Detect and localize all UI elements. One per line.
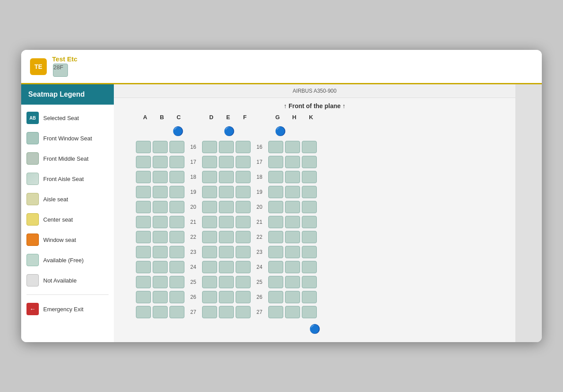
seat-24-D[interactable] — [202, 261, 217, 273]
seat-22-B[interactable] — [153, 231, 168, 243]
seat-21-K[interactable] — [302, 216, 317, 228]
seat-19-C[interactable] — [169, 186, 184, 198]
seat-21-B[interactable] — [153, 216, 168, 228]
seat-26-E[interactable] — [219, 291, 234, 303]
seat-27-C[interactable] — [169, 306, 184, 318]
seat-23-F[interactable] — [236, 246, 251, 258]
seat-25-A[interactable] — [136, 276, 151, 288]
seat-18-G[interactable] — [268, 171, 283, 183]
seat-22-H[interactable] — [285, 231, 300, 243]
seat-20-A[interactable] — [136, 201, 151, 213]
seat-21-E[interactable] — [219, 216, 234, 228]
seat-23-K[interactable] — [302, 246, 317, 258]
seat-22-E[interactable] — [219, 231, 234, 243]
seat-23-A[interactable] — [136, 246, 151, 258]
seat-23-H[interactable] — [285, 246, 300, 258]
seat-17-E[interactable] — [219, 156, 234, 168]
seat-16-D[interactable] — [202, 141, 217, 153]
seat-18-C[interactable] — [169, 171, 184, 183]
seat-25-D[interactable] — [202, 276, 217, 288]
seat-23-C[interactable] — [169, 246, 184, 258]
seat-16-E[interactable] — [219, 141, 234, 153]
seat-26-K[interactable] — [302, 291, 317, 303]
seat-23-G[interactable] — [268, 246, 283, 258]
seat-18-B[interactable] — [153, 171, 168, 183]
seat-17-G[interactable] — [268, 156, 283, 168]
seat-19-E[interactable] — [219, 186, 234, 198]
seat-23-D[interactable] — [202, 246, 217, 258]
seat-20-H[interactable] — [285, 201, 300, 213]
seat-22-C[interactable] — [169, 231, 184, 243]
seat-20-G[interactable] — [268, 201, 283, 213]
seat-22-D[interactable] — [202, 231, 217, 243]
seat-16-F[interactable] — [236, 141, 251, 153]
seat-17-C[interactable] — [169, 156, 184, 168]
seat-24-B[interactable] — [153, 261, 168, 273]
seat-24-A[interactable] — [136, 261, 151, 273]
seat-27-D[interactable] — [202, 306, 217, 318]
seat-22-K[interactable] — [302, 231, 317, 243]
seat-19-F[interactable] — [236, 186, 251, 198]
seat-20-E[interactable] — [219, 201, 234, 213]
seatmap-scroll[interactable]: ↑ Front of the plane ↑ A B C D — [114, 98, 515, 342]
seat-24-K[interactable] — [302, 261, 317, 273]
seat-26-H[interactable] — [285, 291, 300, 303]
seat-17-B[interactable] — [153, 156, 168, 168]
seat-18-F[interactable] — [236, 171, 251, 183]
seat-25-B[interactable] — [153, 276, 168, 288]
seat-26-D[interactable] — [202, 291, 217, 303]
seat-21-F[interactable] — [236, 216, 251, 228]
seat-17-H[interactable] — [285, 156, 300, 168]
seat-27-G[interactable] — [268, 306, 283, 318]
seat-21-A[interactable] — [136, 216, 151, 228]
seat-17-F[interactable] — [236, 156, 251, 168]
seat-25-K[interactable] — [302, 276, 317, 288]
seat-20-F[interactable] — [236, 201, 251, 213]
seat-19-D[interactable] — [202, 186, 217, 198]
seat-19-A[interactable] — [136, 186, 151, 198]
seat-21-H[interactable] — [285, 216, 300, 228]
seat-17-K[interactable] — [302, 156, 317, 168]
seat-18-A[interactable] — [136, 171, 151, 183]
seat-25-G[interactable] — [268, 276, 283, 288]
seat-27-B[interactable] — [153, 306, 168, 318]
seat-25-H[interactable] — [285, 276, 300, 288]
seat-22-G[interactable] — [268, 231, 283, 243]
seat-16-G[interactable] — [268, 141, 283, 153]
seat-17-A[interactable] — [136, 156, 151, 168]
seat-18-H[interactable] — [285, 171, 300, 183]
seat-19-G[interactable] — [268, 186, 283, 198]
seat-22-F[interactable] — [236, 231, 251, 243]
seat-20-D[interactable] — [202, 201, 217, 213]
seat-24-F[interactable] — [236, 261, 251, 273]
seat-20-C[interactable] — [169, 201, 184, 213]
seat-24-H[interactable] — [285, 261, 300, 273]
seat-20-B[interactable] — [153, 201, 168, 213]
seat-22-A[interactable] — [136, 231, 151, 243]
seat-26-G[interactable] — [268, 291, 283, 303]
seat-16-K[interactable] — [302, 141, 317, 153]
seat-19-B[interactable] — [153, 186, 168, 198]
seat-27-K[interactable] — [302, 306, 317, 318]
seat-26-F[interactable] — [236, 291, 251, 303]
seat-23-B[interactable] — [153, 246, 168, 258]
seat-16-H[interactable] — [285, 141, 300, 153]
seat-27-E[interactable] — [219, 306, 234, 318]
seat-18-K[interactable] — [302, 171, 317, 183]
seat-26-A[interactable] — [136, 291, 151, 303]
seat-21-D[interactable] — [202, 216, 217, 228]
seat-21-G[interactable] — [268, 216, 283, 228]
seat-25-C[interactable] — [169, 276, 184, 288]
seat-16-A[interactable] — [136, 141, 151, 153]
seat-27-A[interactable] — [136, 306, 151, 318]
seat-18-D[interactable] — [202, 171, 217, 183]
seat-26-B[interactable] — [153, 291, 168, 303]
seat-17-D[interactable] — [202, 156, 217, 168]
seat-27-H[interactable] — [285, 306, 300, 318]
seat-19-H[interactable] — [285, 186, 300, 198]
seat-18-E[interactable] — [219, 171, 234, 183]
seat-24-C[interactable] — [169, 261, 184, 273]
seat-23-E[interactable] — [219, 246, 234, 258]
seat-19-K[interactable] — [302, 186, 317, 198]
seat-24-E[interactable] — [219, 261, 234, 273]
